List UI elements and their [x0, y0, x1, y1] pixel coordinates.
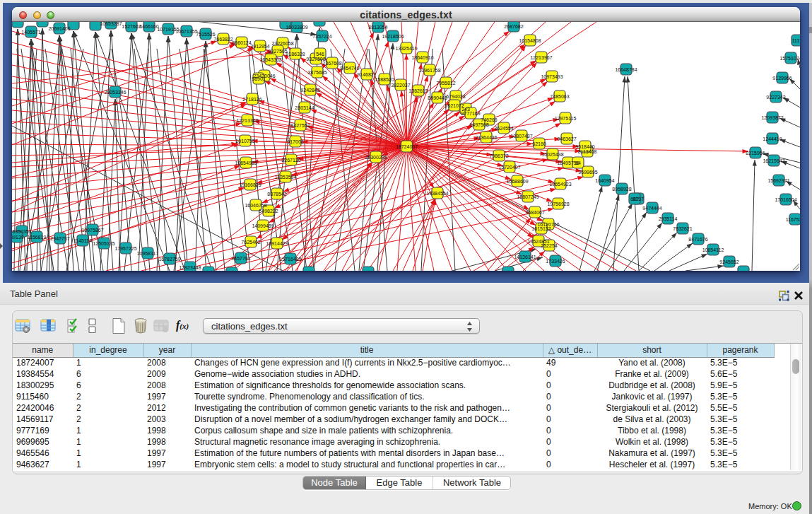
svg-text:7515526: 7515526	[196, 32, 215, 37]
svg-text:10671355: 10671355	[175, 29, 197, 34]
svg-text:12505135: 12505135	[93, 241, 114, 246]
svg-text:9777169: 9777169	[461, 111, 480, 116]
svg-text:10688609: 10688609	[506, 179, 528, 184]
svg-text:39139: 39139	[12, 235, 24, 240]
svg-text:1117: 1117	[792, 38, 800, 43]
svg-text:8990448: 8990448	[428, 95, 447, 100]
svg-text:1145114: 1145114	[73, 238, 92, 243]
svg-text:1640954: 1640954	[595, 178, 614, 183]
svg-text:9129966: 9129966	[772, 76, 792, 81]
svg-text:18807249: 18807249	[517, 194, 539, 199]
svg-text:16914479: 16914479	[266, 241, 288, 246]
svg-text:19756928: 19756928	[547, 201, 569, 206]
svg-text:7663822: 7663822	[213, 37, 233, 42]
svg-text:23226058: 23226058	[271, 41, 293, 46]
svg-text:9146821: 9146821	[357, 72, 376, 77]
svg-text:5498222: 5498222	[259, 209, 278, 214]
svg-text:16782759: 16782759	[158, 257, 180, 262]
svg-text:746266: 746266	[481, 117, 497, 122]
svg-text:1405571: 1405571	[21, 30, 40, 35]
svg-text:10654112: 10654112	[702, 247, 724, 252]
svg-text:3822037: 3822037	[391, 83, 410, 88]
svg-text:9457791: 9457791	[231, 256, 250, 261]
svg-text:6466160: 6466160	[139, 24, 158, 29]
svg-text:19384554: 19384554	[426, 191, 448, 196]
svg-text:1588520: 1588520	[375, 77, 394, 82]
svg-text:19218506: 19218506	[382, 34, 404, 39]
svg-text:7357224: 7357224	[312, 34, 331, 39]
svg-text:8186328: 8186328	[286, 52, 305, 57]
svg-text:10973493: 10973493	[541, 74, 563, 79]
svg-text:1167533: 1167533	[786, 217, 800, 222]
svg-text:917006: 917006	[287, 139, 303, 144]
svg-text:11353594: 11353594	[275, 175, 297, 180]
svg-text:1733426: 1733426	[546, 259, 565, 264]
svg-text:15716485: 15716485	[279, 257, 301, 262]
svg-text:8958928: 8958928	[612, 187, 631, 192]
svg-text:10975867: 10975867	[81, 228, 103, 233]
svg-text:12213369: 12213369	[236, 118, 258, 123]
svg-text:252254: 252254	[541, 243, 557, 248]
svg-text:10961758: 10961758	[418, 68, 440, 73]
svg-text:10025438: 10025438	[541, 152, 563, 157]
svg-text:8427552: 8427552	[290, 123, 310, 128]
svg-text:8454749: 8454749	[340, 66, 359, 71]
svg-text:9327505: 9327505	[268, 49, 287, 54]
svg-text:2367608: 2367608	[322, 61, 341, 66]
svg-text:687: 687	[630, 197, 639, 201]
svg-text:8471676: 8471676	[688, 237, 707, 242]
svg-text:16210643: 16210643	[763, 158, 784, 163]
svg-text:1010755: 1010755	[235, 139, 254, 144]
svg-text:3912954: 3912954	[250, 44, 269, 49]
svg-text:8878542: 8878542	[267, 192, 286, 197]
svg-text:29053346: 29053346	[104, 90, 126, 95]
svg-text:19166825: 19166825	[239, 182, 261, 187]
svg-text:18724007: 18724007	[396, 144, 418, 149]
svg-text:10807487: 10807487	[510, 134, 532, 139]
svg-text:2803144: 2803144	[295, 105, 314, 110]
svg-text:18640910: 18640910	[411, 55, 433, 60]
svg-text:8113468: 8113468	[578, 149, 597, 154]
svg-text:2718126: 2718126	[242, 97, 261, 102]
svg-text:62160: 62160	[532, 141, 546, 146]
svg-text:14099489: 14099489	[252, 223, 273, 228]
svg-text:9518440: 9518440	[575, 144, 594, 149]
svg-text:1156819: 1156819	[28, 235, 47, 240]
svg-text:16648784: 16648784	[615, 67, 637, 72]
svg-text:1615132: 1615132	[531, 226, 551, 231]
svg-text:5350351: 5350351	[12, 229, 31, 234]
svg-text:546: 546	[316, 52, 324, 57]
svg-text:12975115: 12975115	[555, 116, 577, 121]
svg-text:14136141: 14136141	[514, 255, 536, 259]
svg-text:9474444: 9474444	[642, 206, 661, 211]
svg-text:16543362: 16543362	[259, 57, 281, 62]
svg-text:7955812: 7955812	[436, 81, 455, 86]
svg-text:15692971: 15692971	[767, 178, 789, 183]
svg-text:21364436: 21364436	[475, 135, 497, 140]
svg-text:9684067: 9684067	[525, 210, 544, 215]
svg-text:7986372: 7986372	[489, 153, 508, 158]
svg-text:7485063: 7485063	[550, 94, 569, 99]
svg-text:20691406: 20691406	[48, 26, 70, 31]
svg-text:17016504: 17016504	[775, 197, 796, 202]
svg-text:9463627: 9463627	[557, 136, 576, 141]
svg-text:8660124: 8660124	[232, 40, 251, 45]
svg-text:16046758: 16046758	[245, 203, 266, 208]
svg-text:9227343: 9227343	[766, 95, 785, 100]
svg-text:19654985: 19654985	[235, 160, 257, 165]
svg-text:64: 64	[575, 160, 581, 165]
svg-text:1362615: 1362615	[408, 88, 428, 93]
svg-text:15720407: 15720407	[498, 165, 520, 170]
svg-text:16154808: 16154808	[519, 38, 541, 43]
svg-text:17957225: 17957225	[114, 246, 136, 251]
svg-text:1527602: 1527602	[122, 24, 141, 29]
svg-text:8813054: 8813054	[368, 25, 387, 30]
svg-text:8215956: 8215956	[746, 151, 765, 156]
svg-text:13325419: 13325419	[395, 46, 417, 51]
svg-text:12093872: 12093872	[761, 115, 783, 120]
svg-text:7625402: 7625402	[241, 240, 260, 245]
svg-text:6497568: 6497568	[469, 122, 488, 127]
svg-text:9245652: 9245652	[719, 259, 739, 264]
svg-text:10653287: 10653287	[100, 22, 122, 26]
svg-text:2935114: 2935114	[659, 216, 678, 221]
